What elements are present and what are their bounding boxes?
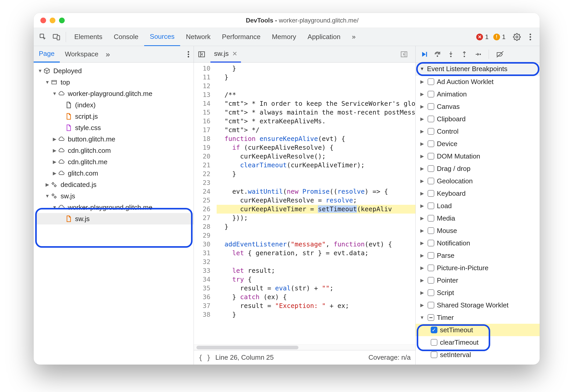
toggle-debugger-icon[interactable]	[399, 49, 409, 59]
frame-icon	[50, 78, 58, 86]
cloud-icon	[57, 158, 65, 166]
bp-category[interactable]: ▶Mouse	[416, 224, 540, 237]
file-tab-swjs[interactable]: sw.js✕	[210, 46, 241, 63]
tree-top[interactable]: ▼top	[36, 77, 194, 88]
bp-category[interactable]: ▶Pointer	[416, 274, 540, 287]
title-prefix: DevTools -	[246, 17, 279, 24]
tab-application[interactable]: Application	[302, 28, 346, 46]
svg-point-6	[530, 39, 531, 40]
subtabs-overflow[interactable]: »	[106, 50, 110, 59]
svg-point-3	[516, 36, 518, 38]
device-toolbar-icon[interactable]	[51, 31, 62, 43]
settings-icon[interactable]	[511, 31, 523, 43]
step-into-icon[interactable]	[447, 51, 454, 58]
svg-point-15	[54, 196, 56, 198]
bp-category[interactable]: ▶Media	[416, 212, 540, 224]
tree-index[interactable]: (index)	[36, 99, 194, 111]
close-window-icon[interactable]	[40, 18, 46, 23]
bp-category[interactable]: ▶Canvas	[416, 100, 540, 113]
code-content[interactable]: } } /** "cmt"> * In order to keep the Se…	[214, 63, 415, 344]
svg-rect-10	[52, 80, 56, 84]
minimize-window-icon[interactable]	[50, 18, 55, 23]
close-tab-icon[interactable]: ✕	[232, 50, 237, 57]
inspect-element-icon[interactable]	[37, 31, 49, 43]
bp-category[interactable]: ▶Notification	[416, 237, 540, 249]
tab-elements[interactable]: Elements	[69, 28, 108, 46]
titlebar: DevTools - worker-playground.glitch.me/	[34, 13, 540, 28]
tab-sources[interactable]: Sources	[144, 28, 180, 46]
tree-cdn-com[interactable]: ▶cdn.glitch.com	[36, 145, 194, 156]
cube-icon	[43, 67, 51, 75]
svg-point-21	[437, 55, 438, 57]
subtab-page[interactable]: Page	[34, 46, 60, 63]
bp-category[interactable]: ▶Picture-in-Picture	[416, 262, 540, 274]
code-editor[interactable]: 1011121314151617181920212223242526272829…	[194, 63, 415, 344]
tree-sw-group[interactable]: ▼sw.js	[36, 190, 194, 202]
svg-point-12	[52, 183, 54, 184]
bp-item[interactable]: clearTimeout	[416, 336, 540, 349]
debugger-pane: ▼Event Listener Breakpoints ▶Ad Auction …	[416, 46, 540, 365]
tree-stylecss[interactable]: style.css	[36, 122, 194, 133]
kebab-menu-icon[interactable]	[525, 31, 536, 43]
step-icon[interactable]	[474, 51, 481, 58]
tree-deployed[interactable]: ▼Deployed	[36, 65, 194, 77]
bp-category[interactable]: ▶Device	[416, 138, 540, 150]
editor-statusbar: { } Line 26, Column 25 Coverage: n/a	[194, 350, 415, 365]
tree-cdn-me[interactable]: ▶cdn.glitch.me	[36, 156, 194, 168]
bp-category[interactable]: ▶Drag / drop	[416, 162, 540, 175]
tab-performance[interactable]: Performance	[216, 28, 266, 46]
event-listener-breakpoints-header[interactable]: ▼Event Listener Breakpoints	[416, 63, 540, 76]
editor-pane: sw.js✕ 101112131415161718192021222324252…	[194, 46, 416, 365]
tree-button-glitch[interactable]: ▶button.glitch.me	[36, 133, 194, 145]
bp-category[interactable]: ▶Load	[416, 200, 540, 212]
tab-network[interactable]: Network	[180, 28, 216, 46]
horizontal-scrollbar[interactable]	[194, 344, 415, 350]
warning-badge[interactable]: !1	[493, 33, 505, 41]
cloud-icon	[57, 135, 65, 143]
error-badge[interactable]: ✕1	[476, 33, 488, 41]
cloud-icon	[57, 203, 65, 211]
gears-icon	[50, 192, 58, 200]
tree-host[interactable]: ▼worker-playground.glitch.me	[36, 88, 194, 99]
bp-category[interactable]: ▶Control	[416, 125, 540, 138]
bp-item[interactable]: ✓setTimeout	[416, 324, 540, 336]
bp-item[interactable]: setInterval	[416, 349, 540, 361]
step-out-icon[interactable]	[461, 51, 468, 58]
step-over-icon[interactable]	[434, 51, 441, 58]
bp-category[interactable]: ▶Shared Storage Worklet	[416, 299, 540, 311]
tree-scriptjs[interactable]: script.js	[36, 111, 194, 122]
bp-category[interactable]: ▶Parse	[416, 249, 540, 262]
warn-count: 1	[502, 33, 505, 41]
bp-category[interactable]: ▶Animation	[416, 88, 540, 100]
subtab-workspace[interactable]: Workspace	[60, 46, 104, 63]
tree-sw-host[interactable]: ▼worker-playground.glitch.me	[36, 202, 194, 213]
bp-category[interactable]: ▶Ad Auction Worklet	[416, 76, 540, 88]
bp-category[interactable]: ▶Geolocation	[416, 175, 540, 187]
svg-point-9	[188, 56, 189, 57]
zoom-window-icon[interactable]	[59, 18, 65, 23]
js-file-icon	[65, 215, 72, 223]
svg-point-8	[188, 54, 189, 55]
svg-point-14	[52, 194, 54, 196]
bp-category[interactable]: ▶DOM Mutation	[416, 150, 540, 162]
deactivate-breakpoints-icon[interactable]	[496, 51, 504, 58]
pretty-print-icon[interactable]: { }	[199, 354, 211, 361]
js-file-icon	[65, 112, 72, 120]
bp-category-timer[interactable]: ▼Timer	[416, 311, 540, 324]
tree-sw-file[interactable]: sw.js	[36, 213, 194, 224]
toggle-navigator-icon[interactable]	[196, 49, 207, 59]
bp-category[interactable]: ▶Keyboard	[416, 187, 540, 200]
devtools-window: DevTools - worker-playground.glitch.me/ …	[34, 13, 540, 365]
tab-console[interactable]: Console	[108, 28, 144, 46]
bp-category[interactable]: ▶Clipboard	[416, 113, 540, 125]
tabs-overflow[interactable]: »	[346, 28, 361, 46]
cloud-icon	[57, 90, 65, 97]
navigator-menu-icon[interactable]	[187, 51, 189, 58]
bp-category[interactable]: ▶Script	[416, 287, 540, 299]
tab-memory[interactable]: Memory	[266, 28, 302, 46]
svg-point-4	[530, 34, 531, 35]
tree-dedicated[interactable]: ▶dedicated.js	[36, 179, 194, 190]
tree-glitch-com[interactable]: ▶glitch.com	[36, 168, 194, 179]
resume-icon[interactable]	[420, 51, 428, 58]
navigator-pane: Page Workspace » ▼Deployed ▼top ▼worker-…	[34, 46, 194, 365]
